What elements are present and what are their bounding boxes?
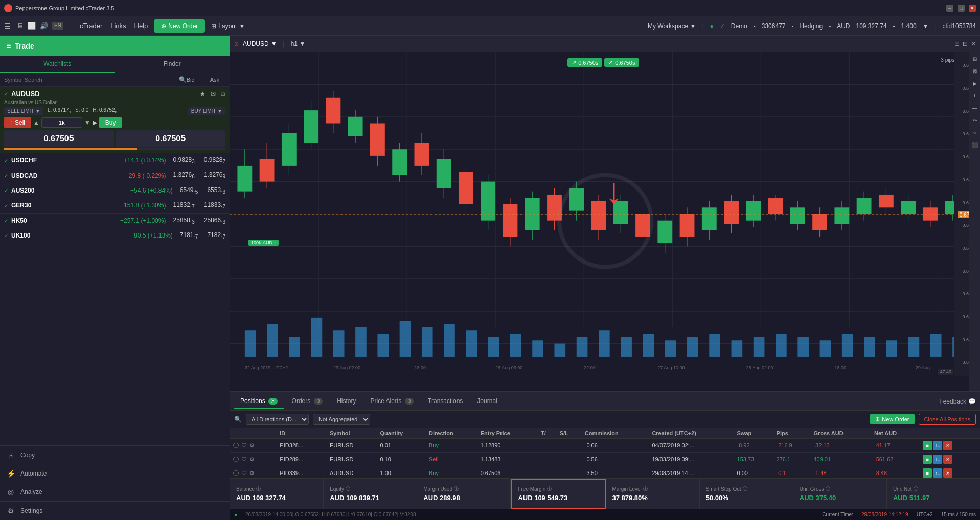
mail-icon[interactable]: ✉ [211,90,216,98]
tab-orders[interactable]: Orders 0 [286,394,329,409]
layout-button[interactable]: ⊞ Layout ▼ [211,22,245,30]
col-quantity[interactable]: Quantity [377,428,426,439]
margin-used-info-icon[interactable]: ⓘ [454,486,459,492]
links-menu[interactable]: Links [110,22,126,30]
col-entry-price[interactable]: Entry Price [477,428,538,439]
sell-price-box[interactable]: 0.67505 [4,130,114,147]
unr-gross-info-icon[interactable]: ⓘ [826,486,830,492]
tab-watchlists[interactable]: Watchlists [0,56,115,73]
tab-positions[interactable]: Positions 3 [234,394,284,409]
modify-button-2[interactable]: ↑↓ [933,455,942,464]
watchlist-item-usdchf[interactable]: ✓ USDCHF +14.1 (+0.14%) 0.98283 0.98287 [0,153,230,168]
sell-limit-dropdown[interactable]: SELL LIMIT ▼ [4,107,43,115]
modify-button-1[interactable]: ↑↓ [933,441,942,450]
qty-dropdown[interactable]: ▼ [84,119,90,126]
buy-price-box[interactable]: 0.67505 [116,130,226,147]
en-icon[interactable]: EN [52,22,63,30]
gear-icon[interactable]: ⚙ [249,442,255,448]
tab-finder[interactable]: Finder [115,56,230,73]
right-icon-3[interactable]: ▶ [970,79,979,88]
right-icon-1[interactable]: ⊞ [970,54,979,63]
watchlist-item-aus200[interactable]: ✓ AUS200 +54.6 (+0.84%) 6549.5 6553.3 [0,183,230,198]
equity-info-icon[interactable]: ⓘ [346,486,350,492]
nav-copy[interactable]: ⎘ Copy [0,446,230,464]
aggregate-filter[interactable]: Not Aggregated [313,414,370,425]
nav-settings[interactable]: ⚙ Settings [0,501,230,520]
unr-net-info-icon[interactable]: ⓘ [914,486,918,492]
qty-arrow-up[interactable]: ▲ [33,119,39,126]
watchlist-item-hk50[interactable]: ✓ HK50 +257.1 (+1.00%) 25858.3 25866.3 [0,214,230,228]
info-icon[interactable]: ⓘ [233,442,239,448]
right-icon-6[interactable]: ✏ [970,115,979,125]
buy-button[interactable]: Buy [99,117,122,128]
free-margin-info-icon[interactable]: ⓘ [547,486,552,492]
monitor-icon[interactable]: 🖥 [17,22,24,30]
direction-filter[interactable]: All Directions (D... [246,414,309,425]
col-commission[interactable]: Commission [582,428,649,439]
close-button-3[interactable]: ■ [923,468,932,478]
maximize-button[interactable]: □ [958,5,965,12]
sell-button[interactable]: ↑ Sell [4,117,31,128]
chart-symbol[interactable]: AUDUSD ▼ [243,40,277,48]
tab-history[interactable]: History [331,394,362,409]
window-controls[interactable]: ─ □ ✕ [946,5,976,12]
chart-close-icon[interactable]: ✕ [971,40,976,48]
gear-icon[interactable]: ⚙ [249,456,255,462]
tab-transactions[interactable]: Transactions [422,394,469,409]
col-direction[interactable]: Direction [426,428,477,439]
col-swap[interactable]: Swap [734,428,773,439]
cancel-button-3[interactable]: ✕ [943,468,952,478]
nav-automate[interactable]: ⚡ Automate [0,464,230,483]
help-menu[interactable]: Help [134,22,148,30]
shield-icon[interactable]: 🛡 [241,470,247,476]
featured-symbol-audusd[interactable]: ✓ AUDUSD ★ ✉ ⧉ Australian vs US Dollar S… [0,87,230,153]
minimize-button[interactable]: ─ [946,5,953,12]
sound-icon[interactable]: 🔊 [40,22,48,30]
shield-icon[interactable]: 🛡 [241,442,247,448]
col-symbol[interactable]: Symbol [327,428,377,439]
right-icon-8[interactable]: ⬛ [970,140,979,149]
ctrader-menu[interactable]: cTrader [80,22,102,30]
col-gross[interactable]: Gross AUD [810,428,871,439]
watchlist-item-ger30[interactable]: ✓ GER30 +151.8 (+1.30%) 11832.7 11833.7 [0,198,230,213]
bookmark-icon[interactable]: ⬜ [28,22,36,30]
close-all-positions-button[interactable]: Close All Positions [919,414,976,425]
close-button[interactable]: ✕ [969,5,976,12]
col-net[interactable]: Net AUD [871,428,920,439]
close-button-2[interactable]: ■ [923,455,932,464]
watchlist-item-usdcad[interactable]: ✓ USDCAD -29.8 (-0.22%) 1.32766 1.32769 [0,168,230,183]
cancel-button-2[interactable]: ✕ [943,455,952,464]
col-sl[interactable]: S/L [557,428,582,439]
positions-new-order-button[interactable]: ⊕ New Order [870,414,914,424]
chart-timeframe[interactable]: h1 ▼ [291,40,306,48]
hamburger-menu[interactable]: ☰ [4,22,11,30]
right-icon-4[interactable]: + [970,91,979,100]
col-id[interactable]: ID [277,428,327,439]
search-input[interactable] [4,77,179,83]
close-button-1[interactable]: ■ [923,441,932,450]
info-icon[interactable]: ⓘ [233,456,239,462]
chart-float-icon[interactable]: ⊟ [963,40,968,48]
workspace-button[interactable]: My Workspace ▼ [648,22,696,30]
col-pips[interactable]: Pips [773,428,811,439]
col-tp[interactable]: T/ [538,428,557,439]
chart-icon[interactable]: ⧉ [221,90,225,98]
quantity-input[interactable] [41,117,82,128]
new-order-button[interactable]: ⊕ New Order [154,19,205,33]
overlay-price-2[interactable]: ↗ 0.6750s [604,58,639,67]
overlay-price-1[interactable]: ↗ 0.6750s [567,58,602,67]
watchlist-item-uk100[interactable]: ✓ UK100 +80.5 (+1.13%) 7181.7 7182.7 [0,228,230,243]
feedback-button[interactable]: Feedback 💬 [939,398,976,405]
cancel-button-1[interactable]: ✕ [943,441,952,450]
shield-icon[interactable]: 🛡 [241,456,247,462]
right-icon-7[interactable]: ○ [970,128,979,137]
nav-analyze[interactable]: ◎ Analyze [0,483,230,501]
balance-info-icon[interactable]: ⓘ [256,486,261,492]
modify-button-3[interactable]: ↑↓ [933,468,942,478]
right-icon-5[interactable]: — [970,103,979,112]
right-icon-2[interactable]: ⊠ [970,66,979,76]
smart-stop-info-icon[interactable]: ⓘ [743,486,747,492]
tab-price-alerts[interactable]: Price Alerts 0 [364,394,420,409]
col-created[interactable]: Created (UTC+2) [649,428,734,439]
chart-expand-icon[interactable]: ⊡ [954,40,960,48]
